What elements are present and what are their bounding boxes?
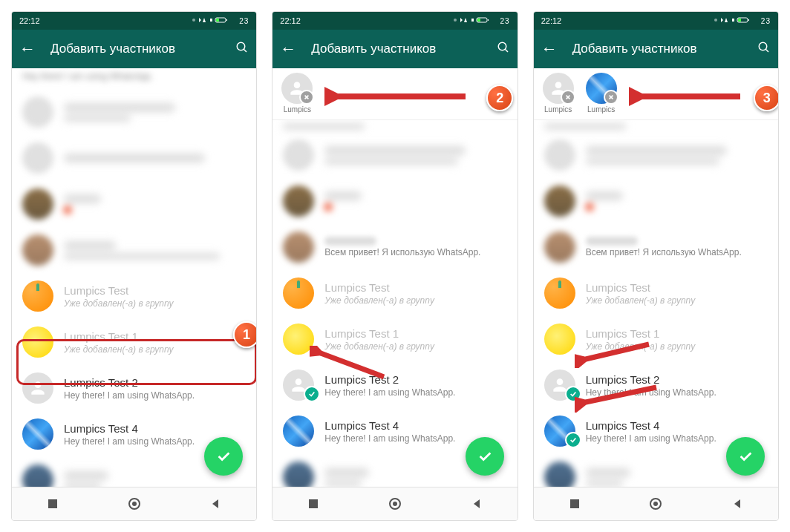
selected-chip-lumpics[interactable]: Lumpics (543, 73, 574, 114)
svg-rect-3 (226, 19, 227, 21)
svg-rect-25 (748, 19, 749, 21)
nav-home-icon[interactable] (128, 497, 141, 510)
avatar-lemon-icon (22, 326, 53, 358)
list-item-lumpics-test[interactable]: Lumpics TestУже добавлен(-а) в группу (534, 270, 778, 316)
toolbar-title: Добавить участников (572, 42, 757, 56)
selected-chip-lumpics[interactable]: Lumpics (281, 73, 313, 114)
back-icon[interactable]: ← (19, 39, 36, 59)
svg-line-5 (244, 49, 247, 52)
back-icon[interactable]: ← (280, 39, 296, 59)
status-time: 22:12 (19, 16, 192, 25)
chip-label: Lumpics (587, 105, 615, 114)
avatar-lemon-icon (283, 324, 314, 355)
list-item[interactable] (272, 178, 517, 224)
list-item-lumpics-test[interactable]: Lumpics TestУже добавлен(-а) в группу (272, 270, 517, 316)
nav-bar (534, 487, 778, 520)
svg-rect-11 (477, 19, 480, 22)
close-icon[interactable] (561, 90, 575, 105)
phone-screen-1: 22:12 23 ← Добавить участников Hey there… (11, 11, 257, 521)
status-bar: 22:12 23 (534, 12, 778, 30)
nav-recent-icon[interactable] (568, 497, 581, 510)
svg-point-13 (498, 42, 506, 50)
svg-point-34 (653, 502, 658, 506)
svg-rect-32 (570, 499, 579, 508)
nav-back-icon[interactable] (731, 497, 744, 510)
status-time: 22:12 (280, 16, 452, 25)
list-item[interactable] (272, 120, 517, 132)
list-item[interactable]: Всем привет! Я использую WhatsApp. (534, 224, 778, 270)
confirm-fab[interactable] (204, 437, 243, 476)
svg-point-4 (238, 42, 246, 50)
svg-point-0 (192, 19, 195, 22)
status-icons: 23 (714, 16, 771, 25)
chip-label: Lumpics (544, 105, 572, 114)
svg-point-19 (393, 502, 397, 506)
list-item[interactable]: Hey there! I am using WhatsApp. (12, 68, 256, 89)
search-icon[interactable] (757, 41, 771, 58)
list-item-lumpics-test2[interactable]: Lumpics Test 2Hey there! I am using What… (12, 365, 256, 411)
svg-rect-17 (309, 499, 318, 508)
status-icons: 23 (453, 16, 510, 25)
confirm-fab[interactable] (466, 437, 504, 476)
contact-list[interactable]: Всем привет! Я использую WhatsApp. Lumpi… (534, 120, 778, 487)
close-icon[interactable] (604, 90, 618, 105)
nav-back-icon[interactable] (209, 497, 222, 510)
status-bar: 22:12 23 (272, 12, 517, 30)
check-icon (565, 432, 581, 448)
phone-screen-3: 22:12 23 ← Добавить участников Lumpics L… (533, 11, 779, 521)
app-toolbar: ← Добавить участников (534, 30, 778, 68)
nav-bar (272, 487, 517, 520)
svg-point-26 (759, 42, 767, 50)
search-icon[interactable] (235, 41, 249, 58)
nav-recent-icon[interactable] (307, 497, 320, 510)
list-item[interactable] (12, 89, 256, 135)
back-icon[interactable]: ← (541, 39, 558, 59)
list-item[interactable] (12, 227, 256, 273)
list-item[interactable]: Всем привет! Я использую WhatsApp. (272, 224, 517, 270)
list-item-lumpics-test2[interactable]: Lumpics Test 2Hey there! I am using What… (534, 362, 778, 408)
svg-rect-6 (48, 499, 57, 508)
svg-point-22 (714, 19, 717, 22)
list-item[interactable] (12, 135, 256, 181)
avatar-orange-icon (544, 278, 575, 309)
list-item[interactable] (272, 132, 517, 178)
app-toolbar: ← Добавить участников (272, 30, 517, 68)
list-item-lumpics-test[interactable]: Lumpics TestУже добавлен(-а) в группу (12, 273, 256, 319)
phone-screen-2: 22:12 23 ← Добавить участников Lumpics (272, 11, 518, 521)
svg-line-27 (765, 49, 768, 52)
svg-point-8 (132, 502, 137, 506)
selected-chip-lumpics2[interactable]: Lumpics (586, 73, 617, 114)
close-icon[interactable] (299, 90, 314, 105)
toolbar-title: Добавить участников (311, 42, 496, 56)
status-bar: 22:12 23 (12, 12, 256, 30)
search-icon[interactable] (497, 41, 510, 58)
status-time: 22:12 (541, 16, 714, 25)
confirm-fab[interactable] (726, 437, 765, 476)
chip-label: Lumpics (284, 105, 311, 114)
list-item-lumpics-test1[interactable]: Lumpics Test 1Уже добавлен(-а) в группу (272, 316, 517, 362)
list-item-lumpics-test1[interactable]: Lumpics Test 1Уже добавлен(-а) в группу (12, 319, 256, 365)
svg-point-9 (454, 19, 457, 22)
nav-recent-icon[interactable] (46, 497, 59, 510)
nav-home-icon[interactable] (388, 497, 402, 510)
list-item[interactable] (12, 181, 256, 227)
avatar-blue-icon (283, 416, 314, 447)
avatar-orange-icon (22, 280, 53, 312)
avatar-lemon-icon (544, 324, 575, 355)
list-item[interactable] (534, 178, 778, 224)
list-item[interactable] (534, 120, 778, 132)
avatar-placeholder-icon (22, 372, 53, 404)
nav-home-icon[interactable] (649, 497, 662, 510)
contact-list[interactable]: Hey there! I am using WhatsApp. Lumpics … (12, 68, 256, 487)
contact-list[interactable]: Всем привет! Я использую WhatsApp. Lumpi… (272, 120, 517, 487)
check-icon (565, 386, 581, 402)
status-icons: 23 (192, 16, 249, 25)
svg-rect-24 (738, 19, 741, 22)
list-item-lumpics-test1[interactable]: Lumpics Test 1Уже добавлен(-а) в группу (534, 316, 778, 362)
list-item-lumpics-test2[interactable]: Lumpics Test 2Hey there! I am using What… (272, 362, 517, 408)
avatar-blue-icon (22, 418, 53, 450)
selected-chips-row: Lumpics Lumpics (534, 68, 778, 120)
avatar-orange-icon (283, 278, 314, 309)
list-item[interactable] (534, 132, 778, 178)
nav-back-icon[interactable] (470, 497, 483, 510)
